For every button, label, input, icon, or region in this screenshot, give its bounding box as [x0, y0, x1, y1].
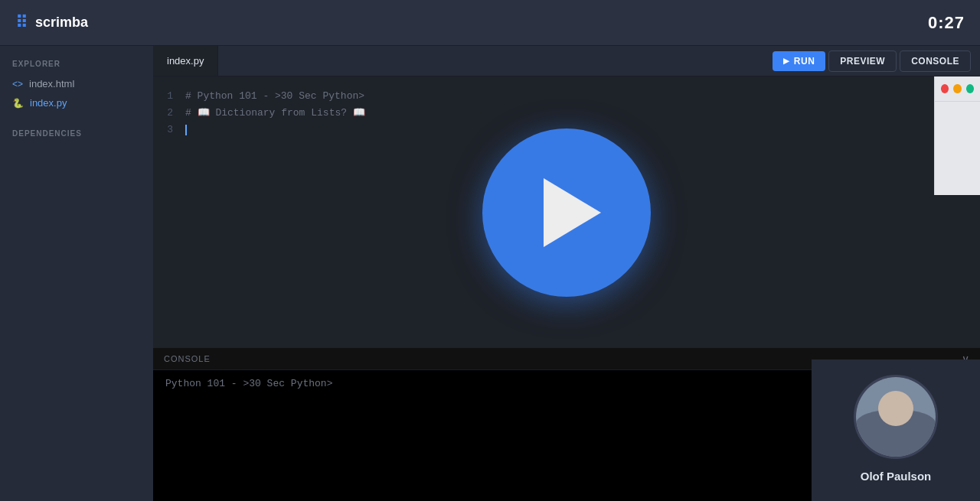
logo: ⠿ scrimba — [15, 13, 88, 33]
dependencies-section: DEPENDENCIES — [0, 112, 153, 144]
run-play-icon: ▶ — [783, 57, 790, 65]
logo-text: scrimba — [35, 15, 88, 31]
play-triangle-icon — [544, 178, 601, 247]
main-layout: EXPLORER <> index.html 🐍 index.py DEPEND… — [0, 46, 980, 501]
play-button[interactable] — [482, 129, 651, 297]
sidebar-item-index-py[interactable]: 🐍 index.py — [0, 93, 153, 112]
sidebar-filename-py: index.py — [30, 97, 67, 109]
bottom-area: CONSOLE ∨ Python 101 - >30 Sec Python> O… — [153, 348, 980, 501]
dependencies-label: DEPENDENCIES — [0, 126, 153, 144]
sidebar-filename-html: index.html — [29, 78, 74, 89]
line-content-1: # Python 101 - >30 Sec Python> — [185, 90, 364, 102]
html-file-icon: <> — [12, 79, 23, 89]
line-content-3 — [185, 124, 187, 135]
sidebar-item-index-html[interactable]: <> index.html — [0, 74, 153, 93]
code-line-1: 1 # Python 101 - >30 Sec Python> — [153, 87, 980, 104]
instructor-name: Olof Paulson — [861, 470, 932, 483]
line-number-3: 3 — [153, 124, 185, 135]
preview-window-chrome — [935, 76, 980, 102]
run-button[interactable]: ▶ RUN — [773, 51, 825, 71]
line-number-1: 1 — [153, 90, 185, 102]
line-number-2: 2 — [153, 107, 185, 119]
active-tab[interactable]: index.py — [153, 46, 218, 76]
code-line-2: 2 # 📖 Dictionary from Lists? 📖 — [153, 104, 980, 121]
console-button[interactable]: CONSOLE — [900, 50, 971, 72]
tab-bar-left: index.py — [153, 46, 218, 76]
code-editor[interactable]: 1 # Python 101 - >30 Sec Python> 2 # 📖 D… — [153, 76, 980, 348]
toolbar: ▶ RUN PREVIEW CONSOLE — [773, 50, 980, 72]
instructor-panel: Olof Paulson — [812, 359, 980, 501]
run-label: RUN — [794, 56, 815, 67]
py-file-icon: 🐍 — [12, 98, 24, 109]
console-label: CONSOLE — [164, 354, 211, 363]
avatar-ring — [854, 375, 938, 459]
window-close-dot — [941, 84, 949, 93]
text-cursor — [185, 125, 187, 135]
preview-panel — [934, 76, 980, 195]
timer: 0:27 — [928, 13, 965, 33]
line-content-2: # 📖 Dictionary from Lists? 📖 — [185, 106, 365, 119]
explorer-label: EXPLORER — [0, 57, 153, 74]
editor-area: index.py ▶ RUN PREVIEW CONSOLE 1 # Pytho… — [153, 46, 980, 501]
window-maximize-dot — [966, 84, 974, 93]
window-minimize-dot — [953, 84, 961, 93]
avatar — [856, 377, 936, 457]
scrimba-logo-icon: ⠿ — [15, 13, 28, 33]
header: ⠿ scrimba 0:27 — [0, 0, 980, 46]
sidebar: EXPLORER <> index.html 🐍 index.py DEPEND… — [0, 46, 153, 501]
preview-button[interactable]: PREVIEW — [828, 50, 897, 72]
tab-bar: index.py ▶ RUN PREVIEW CONSOLE — [153, 46, 980, 76]
